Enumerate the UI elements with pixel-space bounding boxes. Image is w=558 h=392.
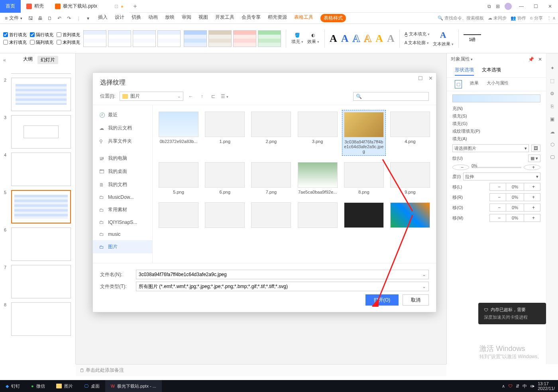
slide-thumb-5[interactable] bbox=[11, 190, 71, 223]
task-desktop[interactable]: 🖵桌面 bbox=[79, 380, 105, 392]
sidebar-recent[interactable]: 🕘最近 bbox=[93, 108, 152, 122]
style-preview[interactable] bbox=[157, 30, 181, 47]
inc-button[interactable]: + bbox=[524, 214, 540, 222]
wordart-A[interactable]: A bbox=[353, 33, 360, 45]
avatar[interactable] bbox=[505, 3, 512, 10]
tab-outline[interactable]: 大纲 bbox=[23, 56, 33, 64]
tab-doke[interactable]: 稻壳 bbox=[21, 0, 49, 13]
picture-select[interactable]: 请选择图片▾ bbox=[452, 144, 529, 152]
layout-icon[interactable]: ⧉ bbox=[487, 4, 491, 9]
redo-icon[interactable]: ↷ bbox=[65, 16, 73, 21]
wordart-styles[interactable]: A A A A A A bbox=[330, 33, 395, 45]
menu-table-tools[interactable]: 表格工具 bbox=[294, 14, 313, 22]
rp-sub-effect[interactable]: 效果 bbox=[470, 80, 479, 88]
share-button[interactable]: ⎋ 分享 bbox=[530, 15, 543, 21]
up-button[interactable]: ↑ bbox=[198, 94, 206, 99]
inc-button[interactable]: + bbox=[524, 193, 540, 201]
file-item[interactable]: 2.png bbox=[249, 110, 293, 156]
dialog-maximize[interactable]: ☐ bbox=[418, 75, 423, 81]
menu-animation[interactable]: 动画 bbox=[148, 14, 158, 22]
offset-o-value[interactable]: 0% bbox=[506, 204, 524, 212]
slide-thumb-2[interactable] bbox=[11, 78, 71, 111]
rp-sub-fill[interactable]: ▢ bbox=[455, 80, 462, 88]
style-preview[interactable] bbox=[208, 30, 232, 47]
style-preview[interactable] bbox=[184, 30, 207, 47]
style-preview[interactable] bbox=[233, 30, 256, 47]
table-styles-1[interactable] bbox=[83, 30, 181, 47]
back-button[interactable]: ← bbox=[187, 94, 195, 99]
file-item[interactable]: 3.png bbox=[295, 110, 339, 156]
file-item[interactable] bbox=[157, 201, 200, 229]
file-item[interactable]: 8.png bbox=[342, 161, 386, 196]
search-input[interactable]: 🔍 bbox=[353, 92, 429, 101]
sidebar-shared[interactable]: ⚲共享文件夹 bbox=[93, 135, 152, 148]
sidebar-cloud[interactable]: ☁我的云文档 bbox=[93, 122, 152, 135]
file-item[interactable]: 6.png bbox=[203, 161, 247, 196]
cancel-button[interactable]: 取消 bbox=[403, 294, 429, 306]
rp-tab-text[interactable]: 文本选项 bbox=[482, 67, 501, 76]
text-outline-button[interactable]: A 文本轮廓 bbox=[405, 40, 430, 46]
close-panel-icon[interactable]: ✕ bbox=[538, 57, 542, 62]
line-preview[interactable] bbox=[464, 34, 481, 35]
rp-sub-size[interactable]: 大小与属性 bbox=[487, 80, 509, 88]
style-preview[interactable] bbox=[258, 30, 281, 47]
menu-doke-res[interactable]: 稻壳资源 bbox=[268, 14, 287, 22]
inc-button[interactable]: + bbox=[524, 183, 540, 191]
offset-l-value[interactable]: 0% bbox=[506, 183, 524, 191]
sidebar-desktop[interactable]: 🗔我的桌面 bbox=[93, 165, 152, 178]
check-first-row[interactable]: 首行填充 bbox=[3, 32, 27, 38]
star-icon[interactable]: ✦ bbox=[550, 65, 554, 71]
text-effect-button[interactable]: A文本效果 bbox=[433, 30, 454, 47]
radio-fill-g[interactable]: 填充(G) bbox=[452, 121, 540, 127]
text-fill-button[interactable]: A̲ 文本填充 bbox=[405, 31, 430, 37]
style-preview[interactable] bbox=[133, 30, 156, 47]
sidebar-computer[interactable]: 🖳我的电脑 bbox=[93, 152, 152, 165]
notes-bar[interactable]: 🗒 单击此处添加备注 bbox=[76, 364, 446, 376]
screen-icon[interactable]: 🖵 bbox=[550, 155, 555, 160]
file-list[interactable]: 0b22372e92a83b... 1.png 2.png 3.png 3c03… bbox=[153, 105, 436, 263]
task-dingtalk[interactable]: ◆钉钉 bbox=[0, 380, 26, 392]
sidebar-musicdow[interactable]: 🗀MusicDow... bbox=[93, 191, 152, 203]
menu-view[interactable]: 视图 bbox=[198, 14, 208, 22]
menu-table-style[interactable]: 表格样式 bbox=[320, 14, 346, 22]
task-wechat[interactable]: ●微信 bbox=[26, 380, 51, 392]
tray-up-icon[interactable]: ∧ bbox=[502, 384, 505, 389]
file-item[interactable]: 7ae5ca0baa9f92e... bbox=[295, 161, 339, 196]
tray-net-icon[interactable]: ⇵ bbox=[516, 384, 519, 389]
file-item[interactable] bbox=[249, 201, 293, 229]
check-alt-row[interactable]: 隔行填充 bbox=[30, 32, 53, 38]
task-pptx[interactable]: W极光下载站.pptx - ... bbox=[105, 380, 162, 392]
dec-button[interactable]: − bbox=[489, 214, 506, 222]
minimize-button[interactable]: — bbox=[517, 4, 526, 9]
save-icon[interactable]: 🖫 bbox=[27, 16, 34, 21]
cloud-icon[interactable]: ☁ bbox=[550, 129, 555, 135]
fill-button[interactable]: 🪣填充 bbox=[291, 33, 304, 45]
preview-icon[interactable]: 🗋 bbox=[46, 16, 53, 21]
thumbnails[interactable]: 2 3 4 5 6 7 8 bbox=[0, 67, 75, 342]
file-item[interactable] bbox=[295, 201, 339, 229]
table-styles-2[interactable] bbox=[184, 30, 281, 47]
file-item[interactable] bbox=[388, 201, 432, 229]
sidebar-music[interactable]: 🗀music bbox=[93, 228, 152, 240]
radio-fill-n[interactable]: 充(N) bbox=[452, 106, 540, 112]
file-item[interactable] bbox=[203, 201, 247, 229]
menu-design[interactable]: 设计 bbox=[115, 14, 124, 22]
dec-button[interactable]: − bbox=[489, 204, 506, 212]
filename-input[interactable]: 3c038a94f76fa7ff4be1c64d3afe2a9c.jpeg⌄ bbox=[136, 270, 429, 279]
wordart-A[interactable]: A bbox=[330, 33, 337, 45]
menu-slideshow[interactable]: 放映 bbox=[165, 14, 175, 22]
inc-button[interactable]: + bbox=[524, 204, 540, 212]
tab-file[interactable]: 极光下载站.pptx ⊡ ● bbox=[49, 0, 129, 13]
search-field[interactable]: 🔍 查找命令、搜索模板 bbox=[438, 15, 484, 21]
menu-insert[interactable]: 插入 bbox=[98, 14, 108, 22]
tile-mode-select[interactable]: 拉伸▾ bbox=[463, 172, 540, 180]
picture-btn[interactable]: 🖼 bbox=[531, 145, 540, 152]
tray-security-icon[interactable]: 🛡 bbox=[508, 384, 513, 388]
collab-button[interactable]: 👥 协作 bbox=[511, 15, 526, 21]
offset-r-value[interactable]: 0% bbox=[506, 193, 524, 201]
notification-toast[interactable]: 🛡内存已超标，需要 深度加速关闭卡慢进程 bbox=[478, 303, 546, 324]
texture-picker[interactable]: ▦ ▾ bbox=[528, 155, 540, 162]
slide-thumb-8[interactable] bbox=[11, 302, 71, 336]
wordart-A[interactable]: A bbox=[341, 33, 349, 45]
wordart-A[interactable]: A bbox=[387, 33, 395, 45]
